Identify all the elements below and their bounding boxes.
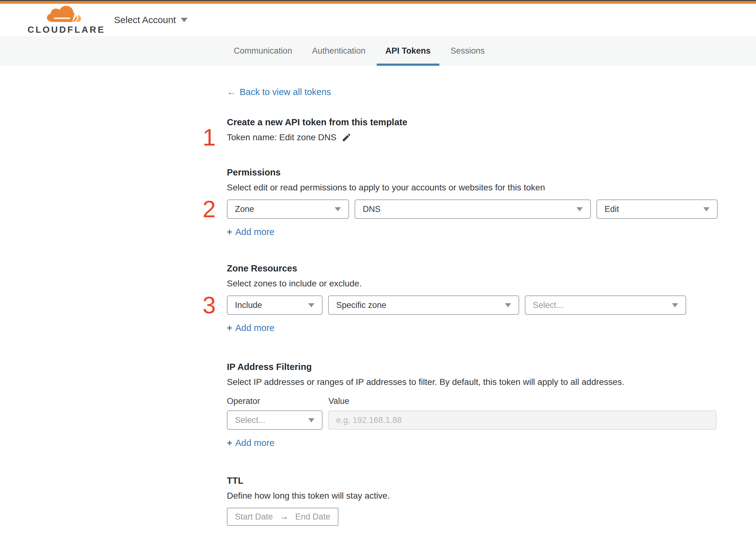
operator-select[interactable]: Select... — [227, 411, 322, 430]
permissions-heading: Permissions — [227, 167, 718, 178]
chevron-down-icon — [505, 303, 511, 307]
permissions-section: Permissions Select edit or read permissi… — [227, 167, 718, 237]
add-more-label: Add more — [235, 323, 274, 333]
ip-value-input[interactable] — [328, 411, 716, 430]
chevron-down-icon — [672, 303, 678, 307]
zone-mode-value: Include — [235, 301, 262, 310]
pencil-icon[interactable] — [341, 132, 351, 142]
add-more-label: Add more — [235, 227, 274, 237]
ttl-description: Define how long this token will stay act… — [227, 491, 718, 501]
permission-scope-select[interactable]: Zone — [227, 199, 349, 219]
token-template-section: Create a new API token from this templat… — [227, 117, 718, 142]
back-arrow-icon: ← — [227, 87, 236, 97]
zone-resources-row: 3 Include Specific zone Select... — [227, 296, 718, 315]
profile-tabbar: Communication Authentication API Tokens … — [0, 36, 756, 66]
ip-filtering-add-more-link[interactable]: + Add more — [227, 438, 274, 448]
chevron-down-icon — [181, 18, 188, 22]
cloudflare-cloud-icon — [43, 5, 89, 24]
token-template-heading: Create a new API token from this templat… — [227, 117, 718, 127]
ip-filtering-labels: Operator Value — [227, 397, 718, 406]
range-arrow-icon: → — [280, 512, 288, 522]
ttl-date-range-picker[interactable]: Start Date → End Date — [227, 508, 338, 526]
ip-filtering-heading: IP Address Filtering — [227, 362, 718, 372]
zone-picker-select[interactable]: Select... — [525, 296, 686, 315]
ip-filtering-section: IP Address Filtering Select IP addresses… — [227, 362, 718, 448]
ttl-heading: TTL — [227, 476, 718, 486]
app-header: CLOUDFLARE Select Account — [0, 4, 756, 36]
zone-resources-description: Select zones to include or exclude. — [227, 279, 718, 289]
ip-filtering-row: Select... — [227, 411, 718, 430]
tab-sessions[interactable]: Sessions — [442, 36, 494, 66]
account-selector-label: Select Account — [114, 15, 176, 25]
permission-access-value: Edit — [605, 204, 619, 214]
zone-mode-select[interactable]: Include — [227, 296, 322, 315]
token-name-text: Token name: Edit zone DNS — [227, 132, 336, 142]
chevron-down-icon — [703, 207, 710, 211]
chevron-down-icon — [308, 303, 314, 307]
plus-icon: + — [227, 323, 232, 333]
ip-filtering-description: Select IP addresses or ranges of IP addr… — [227, 377, 718, 387]
tab-api-tokens[interactable]: API Tokens — [377, 36, 440, 66]
annotation-step-1: 1 — [202, 126, 216, 149]
permission-service-select[interactable]: DNS — [354, 199, 591, 219]
permissions-description: Select edit or read permissions to apply… — [227, 183, 718, 192]
permissions-add-more-link[interactable]: + Add more — [227, 227, 274, 237]
annotation-step-3: 3 — [202, 293, 216, 317]
tab-communication[interactable]: Communication — [225, 36, 301, 66]
zone-type-value: Specific zone — [336, 301, 387, 310]
permission-scope-value: Zone — [235, 204, 254, 214]
back-to-tokens-link[interactable]: ← Back to view all tokens — [227, 87, 331, 97]
annotation-step-2: 2 — [202, 197, 216, 221]
chevron-down-icon — [335, 207, 341, 211]
end-date-placeholder: End Date — [295, 512, 330, 522]
chevron-down-icon — [308, 418, 314, 422]
zone-resources-heading: Zone Resources — [227, 263, 718, 273]
zone-resources-section: Zone Resources Select zones to include o… — [227, 263, 718, 333]
zone-resources-add-more-link[interactable]: + Add more — [227, 323, 274, 333]
value-label: Value — [328, 397, 349, 406]
operator-placeholder: Select... — [235, 416, 265, 425]
top-orange-bar — [0, 1, 756, 4]
cloudflare-logo[interactable]: CLOUDFLARE — [37, 5, 96, 35]
back-link-label: Back to view all tokens — [240, 87, 331, 97]
tab-authentication[interactable]: Authentication — [303, 36, 374, 66]
chevron-down-icon — [577, 207, 583, 211]
plus-icon: + — [227, 227, 232, 237]
account-selector[interactable]: Select Account — [114, 15, 188, 25]
token-name-line: 1 Token name: Edit zone DNS — [227, 132, 718, 142]
zone-picker-placeholder: Select... — [533, 301, 564, 310]
zone-type-select[interactable]: Specific zone — [328, 296, 519, 315]
operator-label: Operator — [227, 397, 328, 406]
plus-icon: + — [227, 438, 232, 448]
permissions-row: 2 Zone DNS Edit — [227, 199, 718, 219]
main-content: ← Back to view all tokens Create a new A… — [227, 66, 718, 551]
ttl-section: TTL Define how long this token will stay… — [227, 476, 718, 526]
cloudflare-wordmark: CLOUDFLARE — [27, 25, 105, 35]
permission-service-value: DNS — [363, 204, 381, 214]
start-date-placeholder: Start Date — [235, 512, 273, 522]
add-more-label: Add more — [235, 438, 274, 448]
permission-access-select[interactable]: Edit — [597, 199, 718, 219]
